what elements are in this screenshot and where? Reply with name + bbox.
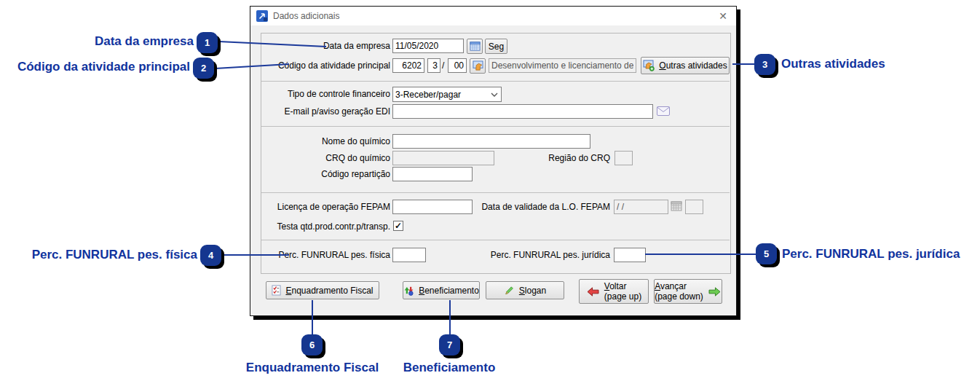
window-title: Dados adicionais [273,11,711,21]
weekday-label: Seg [489,42,504,52]
regiao-crq-label: Região do CRQ [469,151,610,165]
check-icon: ✓ [395,221,402,231]
section-separator [261,126,730,127]
section-separator [261,192,730,193]
annotation-badge-2: 2 [193,58,214,79]
annotation-badge-5: 5 [756,243,777,264]
nome-quimico-label: Nome do químico [259,134,390,149]
email-envelope-icon[interactable] [657,106,670,116]
voltar-button[interactable]: Voltar (page up) [579,279,649,304]
testa-qtd-label: Testa qtd.prod.contr.p/transp. [259,219,390,234]
chevron-down-icon [491,93,498,97]
codigo-reparticao-input[interactable] [392,167,473,181]
annotation-badge-4: 4 [200,245,221,266]
email-edi-input[interactable] [392,104,653,119]
badge-number: 5 [764,248,769,259]
section-separator [261,240,730,240]
outras-atividades-button[interactable]: Outras atividades [641,57,730,74]
beneficiamento-button[interactable]: Beneficiamento [403,281,480,299]
pencil-icon [504,285,515,296]
tipo-controle-select[interactable]: 3-Receber/pagar [392,87,502,102]
calendar-disabled-icon [671,200,682,212]
calendar-icon [470,41,481,52]
annotation-label-5: Perc. FUNRURAL pes. jurídica [782,247,960,262]
atividade-digit-input[interactable] [427,58,440,73]
checklist-icon [272,285,281,296]
beneficiamento-label: Beneficiamento [419,286,479,296]
badge-number: 1 [205,37,210,48]
beneficiamento-icon [403,285,414,296]
dados-adicionais-dialog: Dados adicionais ✕ Data da empresa Seg [250,6,737,316]
avancar-label: Avançar (page down) [655,281,703,302]
close-button[interactable]: ✕ [716,10,730,22]
slogan-button[interactable]: Slogan [486,281,564,299]
enquadramento-fiscal-button[interactable]: Enquadramento Fiscal [266,281,379,299]
licenca-fepam-label: Licença de operação FEPAM [259,200,390,214]
funrural-juridica-label: Perc. FUNRURAL pes. jurídica [469,248,610,262]
codigo-reparticao-label: Código repartição [259,167,390,181]
nome-quimico-input[interactable] [392,134,590,149]
badge-number: 3 [762,59,767,70]
data-empresa-label: Data da empresa [259,39,390,53]
atividade-suffix-input[interactable] [448,58,467,73]
testa-qtd-checkbox[interactable]: ✓ [393,221,403,231]
funrural-fisica-label: Perc. FUNRURAL pes. física [259,248,390,262]
validade-fepam-input [614,200,668,214]
arrow-left-icon [586,286,600,297]
atividade-lookup-button[interactable] [470,58,486,74]
validade-extra-input [685,200,703,214]
badge-number: 7 [447,339,452,350]
avancar-button[interactable]: Avançar (page down) [654,279,722,304]
section-separator [261,81,730,82]
tipo-controle-value: 3-Receber/pagar [395,90,461,100]
data-empresa-input[interactable] [392,39,464,53]
annotation-label-1: Data da empresa [44,34,194,49]
weekday-button[interactable]: Seg [485,39,507,54]
badge-number: 6 [309,339,315,350]
funrural-fisica-input[interactable] [392,248,426,262]
annotation-badge-6: 6 [301,334,323,355]
annotation-label-7: Beneficiamento [398,361,501,375]
annotation-badge-7: 7 [439,334,460,355]
arrow-right-icon [708,286,722,297]
calendar-button[interactable] [467,39,483,54]
outras-atividades-label: Outras atividades [659,60,727,71]
slogan-label: Slogan [519,286,546,296]
screenshot-canvas: Dados adicionais ✕ Data da empresa Seg [0,0,980,389]
validade-fepam-label: Data de validade da L.O. FEPAM [454,200,610,214]
enquadramento-fiscal-label: Enquadramento Fiscal [285,286,373,296]
annotation-badge-3: 3 [754,54,775,75]
hand-plus-icon [643,60,655,71]
atividade-code-input[interactable] [392,58,424,73]
badge-number: 4 [208,250,213,261]
email-edi-label: E-mail p/aviso geração EDI [259,104,390,119]
annotation-label-3: Outras atividades [781,57,885,71]
annotation-label-2: Código da atividade principal [1,60,190,74]
crq-quimico-label: CRQ do químico [259,151,390,165]
regiao-crq-input [615,151,633,165]
atividade-descricao-field [489,58,636,73]
voltar-label: Voltar (page up) [604,281,641,302]
hand-lookup-icon [473,60,483,71]
annotation-badge-1: 1 [197,32,218,53]
title-bar: Dados adicionais ✕ [250,7,736,25]
annotation-label-6: Enquadramento Fiscal [241,361,384,375]
tipo-controle-label: Tipo de controle financeiro [259,87,390,101]
atividade-code-separator: / [442,58,444,73]
app-icon [256,10,268,22]
funrural-juridica-input[interactable] [614,248,646,262]
annotation-label-4: Perc. FUNRURAL pes. física [13,248,197,262]
atividade-label: Código da atividade principal [259,58,390,73]
badge-number: 2 [201,63,206,74]
